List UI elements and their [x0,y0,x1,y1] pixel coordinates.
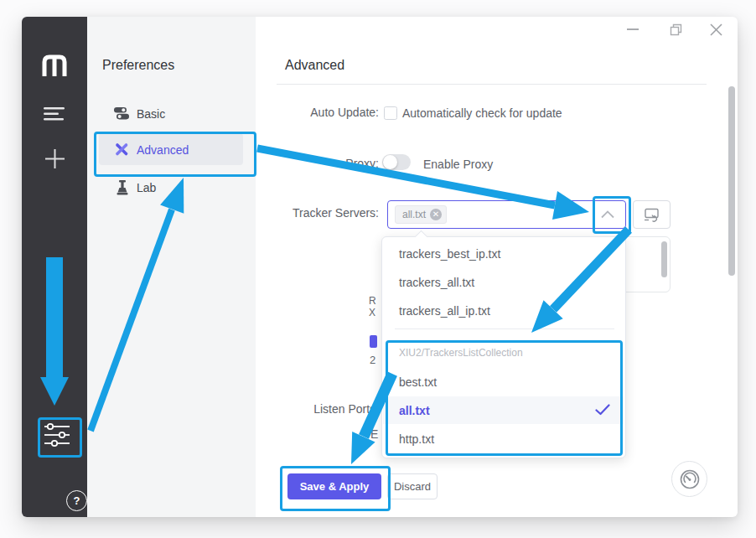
task-list-icon[interactable] [44,106,65,121]
preferences-menu-panel [87,17,256,517]
restore-button[interactable] [670,23,682,36]
dropdown-divider [395,328,614,329]
clipped-accent-fragment [370,335,377,348]
auto-update-checkbox[interactable] [384,106,397,120]
proxy-toggle-label: Enable Proxy [423,158,493,171]
tracker-servers-label: Tracker Servers: [251,206,379,220]
dropdown-option[interactable]: trackers_all_ip.txt [399,297,608,325]
close-icon [709,23,723,37]
main-scrollbar[interactable] [728,86,735,276]
gauge-icon [679,468,701,490]
dropdown-option[interactable]: trackers_best_ip.txt [399,240,608,268]
sync-trackers-button[interactable] [633,200,671,229]
proxy-toggle[interactable] [382,154,411,170]
tag-label: all.txt [402,209,426,220]
annotation-box-chevron [593,196,631,234]
add-task-icon[interactable] [45,149,65,168]
toggles-icon [114,106,129,120]
annotation-box-advanced [94,132,256,177]
title-divider [277,84,707,85]
sidebar-item-basic[interactable] [114,106,129,120]
sync-icon [644,208,660,222]
annotation-box-dropdown-group [386,340,623,456]
clipped-text-fragment: R [369,295,376,307]
discard-button[interactable]: Discard [387,473,438,499]
speed-limit-button[interactable] [671,461,707,497]
tracker-servers-select[interactable]: all.txt ✕ [387,200,626,229]
sidebar-item-lab-label[interactable]: Lab [137,181,156,194]
sidebar-item-lab[interactable] [116,180,129,195]
auto-update-label: Auto Update: [251,106,379,119]
tag-remove-icon[interactable]: ✕ [430,209,442,220]
close-button[interactable] [709,23,723,37]
help-icon[interactable]: ? [66,490,87,511]
proxy-label: Proxy: [251,157,379,170]
listen-ports-label: Listen Ports: [251,402,379,416]
motrix-logo-icon [41,54,68,77]
textarea-scrollbar[interactable] [661,241,667,277]
toggle-knob [383,155,397,169]
clipped-text-fragment: E [370,427,378,441]
page-title: Advanced [285,58,344,73]
screenshot-stage: ? Preferences Basic Advanced Lab Advance… [0,0,756,538]
preferences-title: Preferences [102,58,174,73]
restore-icon [670,23,682,36]
selected-tracker-tag: all.txt ✕ [395,205,447,224]
clipped-text-fragment: 2 [370,354,375,366]
sidebar-item-basic-label[interactable]: Basic [137,107,165,121]
annotation-box-sliders-icon [38,417,82,458]
lab-icon [116,180,129,195]
annotation-box-save-button [280,466,391,511]
dropdown-option[interactable]: trackers_all.txt [399,268,608,297]
auto-update-checkbox-label[interactable]: Automatically check for update [402,106,562,120]
clipped-text-fragment: X [369,307,375,318]
minimize-button[interactable] [627,28,639,30]
